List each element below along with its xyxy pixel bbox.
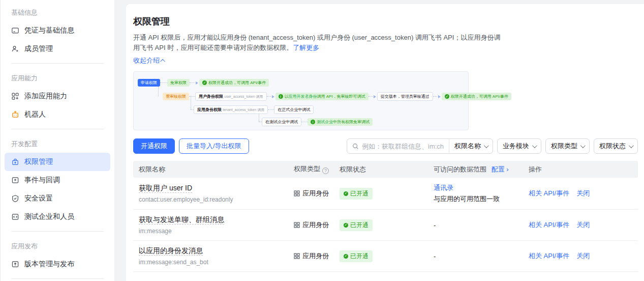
sidebar-divider bbox=[11, 231, 104, 232]
sidebar-item-label: 安全设置 bbox=[24, 194, 53, 203]
search-icon bbox=[352, 143, 359, 150]
scope-dash: - bbox=[434, 221, 436, 229]
search-box[interactable] bbox=[347, 143, 449, 150]
member-management-icon bbox=[11, 45, 19, 53]
sidebar-item-label: 权限管理 bbox=[24, 157, 53, 166]
search-field-dropdown[interactable]: 权限名称 bbox=[449, 139, 493, 153]
id-card-icon bbox=[11, 26, 19, 35]
flow-apply-badge: 申请权限 bbox=[138, 79, 160, 87]
sidebar-item-permission-management[interactable]: 权限管理 bbox=[5, 153, 110, 171]
sidebar-divider bbox=[11, 63, 104, 64]
related-api-link[interactable]: 相关 API/事件 bbox=[529, 251, 569, 261]
table-header: 权限名称 权限类型? 权限状态 可访问的数据范围 配置 › 操作 bbox=[133, 161, 638, 178]
chevron-down-icon bbox=[629, 143, 634, 148]
sidebar-item-label: 版本管理与发布 bbox=[24, 260, 74, 269]
col-permission-type: 权限类型? bbox=[294, 164, 340, 174]
flow-need-review-badge: 需审核权限 bbox=[163, 93, 189, 100]
permission-type-cell: 应用身份 bbox=[294, 189, 340, 198]
sidebar-item-members[interactable]: 成员管理 bbox=[5, 40, 110, 58]
learn-more-link[interactable]: 了解更多 bbox=[293, 44, 319, 51]
toolbar: 开通权限 批量导入/导出权限 权限名称 业务模块 权 bbox=[133, 138, 638, 154]
scope-description: 与应用的可用范围一致 bbox=[434, 194, 529, 204]
filter-permission-type[interactable]: 权限类型 bbox=[545, 138, 590, 154]
check-circle-icon: ✓ bbox=[445, 94, 449, 99]
flow-final-result: ✓ 权限开通成功，可调用 API/事件 bbox=[442, 93, 511, 100]
flow-test-result-badge: i 测试企业中所有权限免审调试 bbox=[308, 118, 373, 126]
flow-arrow-icon bbox=[438, 95, 441, 98]
search-input[interactable] bbox=[362, 143, 444, 150]
app-identity-icon bbox=[294, 190, 300, 196]
sidebar-divider bbox=[11, 278, 104, 279]
table-row: 获取用户 user ID contact:user.employee_id:re… bbox=[133, 178, 638, 210]
sidebar-item-bot[interactable]: 机器人 bbox=[5, 105, 110, 124]
col-data-scope: 可访问的数据范围 配置 › bbox=[434, 165, 529, 174]
related-api-link[interactable]: 相关 API/事件 bbox=[529, 220, 569, 230]
table-row: 获取与发送单聊、群组消息 im:message 应用身份 ✓ 已开通 - 相关 … bbox=[133, 210, 638, 241]
sidebar-item-security-settings[interactable]: 安全设置 bbox=[5, 189, 110, 208]
col-permission-status: 权限状态 bbox=[340, 165, 434, 174]
flow-row-tenant: 应用身份权限 tenant_access_token 调用 在正式企业中调试 bbox=[194, 105, 314, 114]
check-circle-icon: ✓ bbox=[344, 191, 348, 196]
flow-tenant-perm-box: 应用身份权限 tenant_access_token 调用 bbox=[194, 105, 268, 114]
sidebar-item-test-enterprise[interactable]: 测试企业和人员 bbox=[5, 208, 110, 226]
chevron-down-icon bbox=[484, 143, 489, 148]
permission-name[interactable]: 获取用户 user ID bbox=[139, 184, 192, 193]
add-capability-icon bbox=[11, 92, 19, 100]
col-operations: 操作 bbox=[529, 165, 638, 174]
flow-row-test: 在测试企业中调试 i 测试企业中所有权限免审调试 bbox=[262, 118, 373, 126]
sidebar-item-add-capability[interactable]: 添加应用能力 bbox=[5, 87, 110, 105]
permission-code: im:message bbox=[139, 228, 294, 235]
flow-row-review: 需审核权限 用户身份权限 user_access_token 调用 i 以应用开… bbox=[163, 92, 511, 101]
check-circle-icon: ✓ bbox=[344, 223, 348, 228]
filter-permission-status[interactable]: 权限状态 bbox=[594, 138, 638, 154]
sidebar-item-label: 成员管理 bbox=[24, 44, 53, 53]
flow-submit-box: 提交版本，管理员审核通过 bbox=[377, 92, 433, 101]
permission-code: im:message:send_as_bot bbox=[139, 259, 294, 266]
sidebar-item-version-release[interactable]: 版本管理与发布 bbox=[5, 255, 110, 273]
open-permission-button[interactable]: 开通权限 bbox=[133, 138, 175, 154]
sidebar-divider bbox=[11, 129, 104, 129]
robot-icon bbox=[11, 110, 19, 119]
batch-import-export-button[interactable]: 批量导入/导出权限 bbox=[179, 138, 249, 154]
permission-name[interactable]: 获取与发送单聊、群组消息 bbox=[139, 215, 224, 224]
flow-no-review-badge: 免审权限 bbox=[167, 79, 190, 87]
status-badge: ✓ 已开通 bbox=[340, 188, 373, 200]
filter-business-module[interactable]: 业务模块 bbox=[497, 138, 541, 154]
shield-check-icon bbox=[11, 194, 19, 203]
flow-formal-debug-box: 在正式企业中调试 bbox=[274, 105, 314, 114]
check-circle-icon: ✓ bbox=[202, 80, 207, 85]
help-icon[interactable]: ? bbox=[322, 167, 329, 174]
close-permission-link[interactable]: 关闭 bbox=[576, 251, 590, 261]
upload-square-icon bbox=[11, 260, 19, 268]
filter-tools: 权限名称 业务模块 权限类型 权限状态 bbox=[347, 138, 638, 154]
flow-arrow-icon bbox=[196, 81, 198, 85]
scope-link[interactable]: 通讯录 bbox=[434, 184, 453, 191]
flow-dev-debug-badge: i 以应用开发者身份调用 API，免审核即可调试 bbox=[275, 93, 369, 100]
info-circle-icon: i bbox=[279, 94, 283, 99]
permission-name[interactable]: 以应用的身份发消息 bbox=[139, 246, 203, 256]
flow-user-perm-box: 用户身份权限 user_access_token 调用 bbox=[195, 92, 267, 101]
sidebar-section-release: 应用发布 bbox=[5, 237, 110, 255]
close-permission-link[interactable]: 关闭 bbox=[576, 189, 590, 198]
related-api-link[interactable]: 相关 API/事件 bbox=[529, 189, 569, 198]
collapse-intro-link[interactable]: 收起介绍 bbox=[133, 56, 165, 65]
sidebar-item-credentials[interactable]: 凭证与基础信息 bbox=[5, 21, 110, 40]
flow-test-debug-box: 在测试企业中调试 bbox=[262, 118, 301, 126]
check-circle-icon: ✓ bbox=[344, 254, 348, 259]
sidebar-item-label: 添加应用能力 bbox=[24, 92, 67, 101]
event-callback-icon bbox=[11, 176, 19, 184]
chevron-up-icon bbox=[160, 59, 165, 64]
sidebar-section-dev-config: 开发配置 bbox=[5, 134, 110, 153]
search-group: 权限名称 bbox=[347, 138, 493, 154]
app-identity-icon bbox=[294, 253, 300, 259]
sidebar-item-label: 凭证与基础信息 bbox=[24, 26, 74, 35]
flow-no-review-result: ✓ 权限开通成功，可调用 API/事件 bbox=[199, 79, 269, 87]
sidebar-section-basic-info: 基础信息 bbox=[5, 3, 110, 21]
sidebar-item-events-callbacks[interactable]: 事件与回调 bbox=[5, 171, 110, 189]
close-permission-link[interactable]: 关闭 bbox=[576, 220, 590, 230]
main-content: 权限管理 开通 API 权限后，应用才能以应用身份 (tenant_access… bbox=[126, 4, 644, 281]
configure-link[interactable]: 配置 › bbox=[492, 165, 509, 173]
sidebar-item-label: 事件与回调 bbox=[24, 176, 60, 185]
flow-arrow-icon bbox=[374, 95, 376, 98]
info-circle-icon: i bbox=[311, 120, 315, 124]
